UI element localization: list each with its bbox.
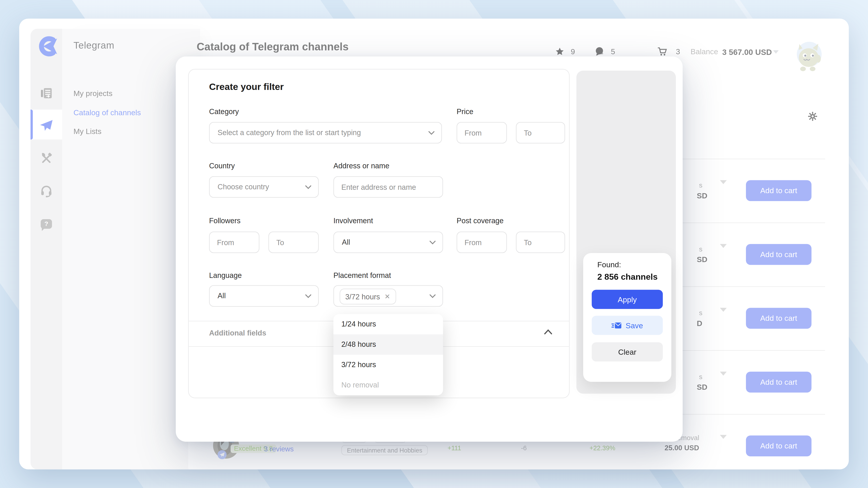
country-select[interactable]: Choose country — [209, 176, 319, 198]
chevron-down-icon — [305, 294, 311, 298]
involvement-select[interactable]: All — [333, 232, 443, 253]
price-label: Price — [457, 107, 473, 116]
found-card: Found: 2 856 channels Apply Save Clear — [583, 253, 671, 382]
dropdown-option-no-removal[interactable]: No removal — [333, 375, 443, 395]
dropdown-option-2-48-hours[interactable]: 2/48 hours — [333, 334, 443, 355]
language-select[interactable]: All — [209, 285, 319, 307]
post-coverage-label: Post coverage — [457, 217, 504, 225]
placement-format-select[interactable]: 3/72 hours ✕ — [333, 285, 443, 307]
country-placeholder: Choose country — [218, 177, 269, 197]
additional-fields-label: Additional fields — [209, 329, 266, 337]
post-coverage-from-input[interactable] — [457, 232, 507, 253]
language-value: All — [218, 286, 226, 306]
collapse-chevron-up-icon[interactable] — [544, 329, 552, 335]
followers-from-input[interactable] — [209, 232, 259, 253]
save-button-label: Save — [626, 321, 643, 330]
address-input[interactable] — [333, 176, 443, 198]
category-select[interactable]: Select a category from the list or start… — [209, 122, 442, 143]
filter-title: Create your filter — [209, 81, 284, 92]
placement-format-label: Placement format — [333, 271, 391, 280]
category-placeholder: Select a category from the list or start… — [218, 123, 361, 143]
dropdown-option-3-72-hours[interactable]: 3/72 hours — [333, 355, 443, 375]
post-coverage-to-input[interactable] — [516, 232, 565, 253]
placement-format-dropdown: 1/24 hours 2/48 hours 3/72 hours No remo… — [333, 314, 443, 395]
category-label: Category — [209, 107, 239, 116]
involvement-label: Involvement — [333, 217, 373, 225]
chevron-down-icon — [428, 131, 435, 135]
clear-button[interactable]: Clear — [592, 342, 663, 361]
chevron-down-icon — [430, 240, 436, 245]
involvement-value: All — [342, 232, 350, 253]
country-label: Country — [209, 162, 235, 170]
price-from-input[interactable] — [457, 122, 507, 143]
save-button[interactable]: Save — [592, 316, 663, 335]
placement-selected-chip: 3/72 hours ✕ — [340, 289, 396, 304]
followers-label: Followers — [209, 217, 241, 225]
page: Telegram My projects Catalog of channels… — [0, 0, 868, 488]
chip-remove-icon[interactable]: ✕ — [384, 293, 390, 300]
followers-to-input[interactable] — [269, 232, 319, 253]
chevron-down-icon — [430, 294, 436, 298]
language-label: Language — [209, 271, 242, 280]
found-value: 2 856 channels — [597, 272, 658, 282]
dropdown-option-1-24-hours[interactable]: 1/24 hours — [333, 314, 443, 334]
found-label: Found: — [597, 260, 621, 269]
chip-label: 3/72 hours — [345, 292, 380, 301]
price-to-input[interactable] — [516, 122, 565, 143]
chevron-down-icon — [305, 185, 311, 189]
address-label: Address or name — [333, 162, 390, 170]
send-mail-icon — [612, 322, 622, 329]
apply-button[interactable]: Apply — [592, 290, 663, 309]
